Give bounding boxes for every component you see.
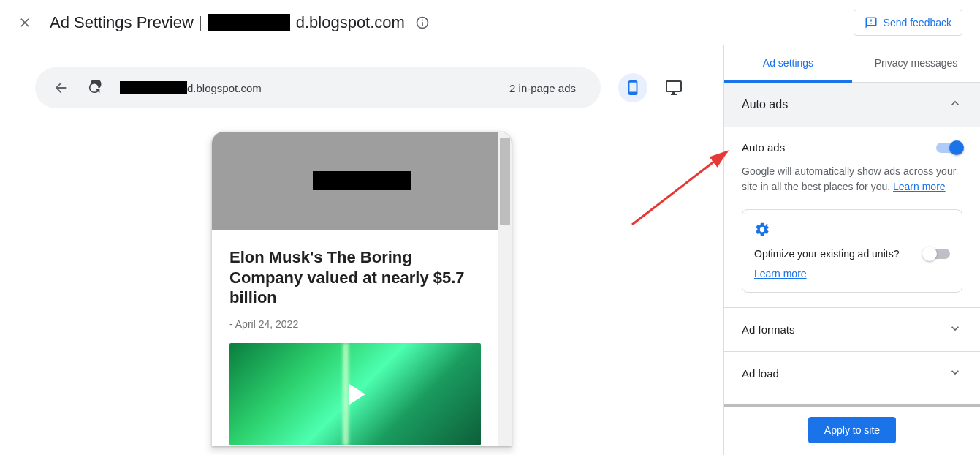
article-title: Elon Musk's The Boring Company valued at… [229,247,481,308]
apply-to-site-button[interactable]: Apply to site [808,417,896,443]
send-feedback-button[interactable]: Send feedback [854,10,962,36]
optimize-label: Optimize your existing ad units? [754,248,899,260]
settings-sidebar: Ad settings Privacy messages Auto ads Au… [723,45,980,455]
mobile-view-button[interactable] [618,73,647,102]
auto-ads-section-header[interactable]: Auto ads [724,83,980,127]
scrollbar-track[interactable] [498,132,512,446]
auto-ads-description: Google will automatically show ads acros… [742,164,962,195]
optimize-card: Optimize your existing ad units? Learn m… [742,209,962,293]
close-icon[interactable] [18,15,32,30]
chevron-up-icon [948,96,962,113]
gear-sparkle-icon [754,222,950,241]
article-thumbnail[interactable] [229,343,481,445]
annotation-arrow [625,144,738,232]
mobile-preview-frame: Elon Musk's The Boring Company valued at… [212,132,512,446]
article-date: - April 24, 2022 [229,318,481,330]
ad-formats-section[interactable]: Ad formats [724,307,980,351]
desktop-view-button[interactable] [659,73,688,102]
tab-ad-settings[interactable]: Ad settings [724,45,852,83]
info-icon[interactable] [415,15,430,30]
title-suffix: d.blogspot.com [296,13,405,32]
url-bar: d.blogspot.com 2 in-page ads [35,67,601,108]
page-header: Ad Settings Preview | d.blogspot.com Sen… [0,0,980,45]
learn-more-link[interactable]: Learn more [754,268,807,279]
optimize-toggle[interactable] [924,249,950,259]
chevron-down-icon [948,365,962,382]
auto-ads-toggle-label: Auto ads [742,141,785,154]
back-icon[interactable] [53,80,69,96]
sidebar-footer: Apply to site [724,404,980,455]
page-title: Ad Settings Preview | d.blogspot.com [50,13,430,32]
redacted-text [208,14,290,31]
preview-area: d.blogspot.com 2 in-page ads Elo [0,45,723,455]
learn-more-link[interactable]: Learn more [893,181,946,192]
ad-load-section[interactable]: Ad load [724,351,980,395]
section-title: Ad load [742,367,779,380]
redacted-text [313,171,411,190]
section-title: Auto ads [742,98,788,111]
svg-line-0 [632,151,727,225]
preview-site-header [212,132,512,230]
redacted-text [120,81,187,94]
scrollbar-thumb[interactable] [500,138,510,225]
play-icon [349,384,365,405]
section-title: Ad formats [742,323,795,336]
feedback-icon [865,16,878,29]
auto-ads-toggle[interactable] [936,143,962,153]
refresh-icon[interactable] [86,80,102,96]
chevron-down-icon [948,321,962,338]
tab-privacy-messages[interactable]: Privacy messages [852,45,980,82]
ad-count: 2 in-page ads [509,82,576,94]
auto-ads-section-body: Auto ads Google will automatically show … [724,127,980,307]
feedback-label: Send feedback [884,17,951,29]
url-domain: d.blogspot.com [187,82,262,94]
title-prefix: Ad Settings Preview | [50,13,202,32]
